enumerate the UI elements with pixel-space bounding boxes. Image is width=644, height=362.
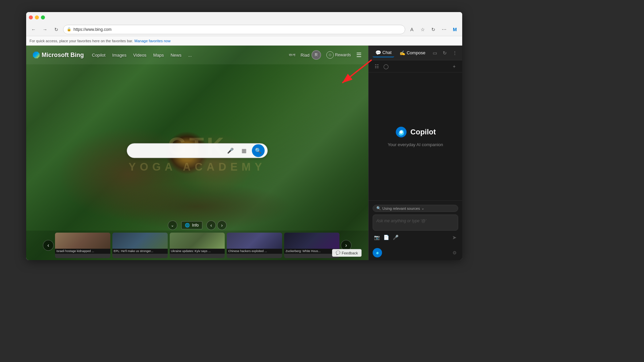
toolbar-left: ☷ ◯ xyxy=(373,62,390,70)
refresh-button[interactable]: ↻ xyxy=(429,25,438,34)
visual-search-button[interactable]: ▦ xyxy=(238,145,249,156)
favorites-button[interactable]: ☆ xyxy=(418,25,427,34)
bing-logo-text: Microsoft Bing xyxy=(42,52,84,59)
send-button[interactable]: ➤ xyxy=(450,233,458,241)
chat-input-actions: 📷 📄 🎤 ➤ xyxy=(373,233,458,241)
copilot-sidebar: 💬 Chat ✍ Compose ▭ ↻ ⋮ ✕ ☷ ◯ xyxy=(368,46,462,260)
search-input[interactable] xyxy=(132,148,222,153)
feedback-icon: 💬 xyxy=(336,251,340,255)
favorites-text: For quick access, place your favorites h… xyxy=(30,39,133,43)
news-title: Ukraine updates: Kyiv says ... xyxy=(170,249,225,254)
voice-input-button[interactable]: 🎤 xyxy=(391,233,399,241)
bing-page: GTK YOGA ACADEMY Microsoft Bing Copilot … xyxy=(26,46,368,260)
user-info: Riad R xyxy=(301,50,321,60)
voice-search-button[interactable]: 🎤 xyxy=(225,145,236,156)
header-actions: ▭ ↻ ⋮ ✕ xyxy=(431,49,462,57)
copilot-content: Copilot Your everyday AI companion xyxy=(369,72,462,200)
favorites-bar: For quick access, place your favorites h… xyxy=(26,36,462,46)
news-bar: ‹ Israeli hostage kidnapped ... EPL: He'… xyxy=(26,231,368,260)
tab-compose[interactable]: ✍ Compose xyxy=(397,49,428,57)
copilot-toolbar: ☷ ◯ + xyxy=(369,60,462,72)
toolbar-right: + xyxy=(450,62,458,70)
nav-images[interactable]: Images xyxy=(112,51,126,59)
close-sidebar-button[interactable]: ✕ xyxy=(461,49,462,57)
chat-input-box[interactable]: Ask me anything or type '@' xyxy=(373,215,458,231)
sources-button[interactable]: 🔍 Using relevant sources ⌄ xyxy=(373,205,458,212)
news-item[interactable]: Chinese hackers exploited ... xyxy=(227,233,282,258)
manage-favorites-link[interactable]: Manage favorites now xyxy=(135,39,171,43)
language-selector[interactable]: বাংলা xyxy=(289,53,295,57)
avatar[interactable]: R xyxy=(312,50,321,60)
info-button[interactable]: 🌐 Info xyxy=(181,221,202,229)
reader-mode-button[interactable]: A xyxy=(407,25,417,34)
nav-actions: A ☆ ↻ ⋯ M xyxy=(407,25,460,34)
search-submit-button[interactable]: 🔍 xyxy=(252,144,265,157)
title-bar xyxy=(26,12,462,23)
grid-view-button[interactable]: ☷ xyxy=(373,62,381,70)
bing-nav: Copilot Images Videos Maps News ... xyxy=(92,51,192,59)
bing-logo: Microsoft Bing xyxy=(33,52,84,59)
close-button[interactable] xyxy=(29,15,33,19)
forward-button[interactable]: → xyxy=(40,25,50,34)
browser-window: ← → ↻ 🔒 https://www.bing.com A ☆ ↻ ⋯ M F… xyxy=(26,12,462,260)
reload-button[interactable]: ↻ xyxy=(52,25,61,34)
rewards-button[interactable]: ☉ Rewards xyxy=(326,51,351,59)
news-title: EPL: He'll make us stronger... xyxy=(112,249,168,254)
news-item[interactable]: EPL: He'll make us stronger... xyxy=(112,233,168,258)
address-bar[interactable]: 🔒 https://www.bing.com xyxy=(63,25,405,34)
tab-chat[interactable]: 💬 Chat xyxy=(373,49,394,57)
popout-button[interactable]: ▭ xyxy=(431,49,439,57)
back-button[interactable]: ← xyxy=(29,25,38,34)
maximize-button[interactable] xyxy=(41,15,45,19)
search-bar: 🎤 ▦ 🔍 xyxy=(127,143,268,158)
nav-maps[interactable]: Maps xyxy=(153,51,164,59)
prev-button[interactable]: ‹ xyxy=(207,221,216,230)
copilot-footer-icon xyxy=(375,250,380,255)
sources-icon: 🔍 xyxy=(376,206,381,210)
news-title: Zuckerberg: White Hous... xyxy=(284,249,339,254)
chat-input-placeholder: Ask me anything or type '@' xyxy=(376,219,426,223)
copilot-subtitle: Your everyday AI companion xyxy=(388,142,443,147)
bing-header-right: বাংলা Riad R ☉ Rewards ☰ xyxy=(289,50,362,60)
chat-tab-icon: 💬 xyxy=(375,50,381,55)
history-button[interactable]: ◯ xyxy=(382,62,390,70)
refresh-chat-button[interactable]: ↻ xyxy=(441,49,449,57)
expand-button[interactable]: ⌄ xyxy=(168,221,177,230)
bing-header: Microsoft Bing Copilot Images Videos Map… xyxy=(26,46,368,64)
news-items: Israeli hostage kidnapped ... EPL: He'll… xyxy=(55,233,339,258)
hamburger-button[interactable]: ☰ xyxy=(356,51,362,59)
lock-icon: 🔒 xyxy=(67,27,71,32)
copilot-logo: Copilot xyxy=(395,126,436,138)
file-attach-button[interactable]: 📄 xyxy=(382,233,390,241)
feedback-button[interactable]: 💬 Feedback xyxy=(332,249,362,257)
image-attach-button[interactable]: 📷 xyxy=(373,233,381,241)
next-button[interactable]: › xyxy=(217,221,227,230)
settings-button[interactable]: ⚙ xyxy=(451,249,458,256)
main-content: GTK YOGA ACADEMY Microsoft Bing Copilot … xyxy=(26,46,462,260)
nav-videos[interactable]: Videos xyxy=(133,51,147,59)
add-new-chat-button[interactable]: + xyxy=(450,62,458,70)
search-container: 🎤 ▦ 🔍 xyxy=(127,143,268,158)
traffic-lights xyxy=(29,15,45,19)
profile-button[interactable]: M xyxy=(450,25,460,34)
news-item[interactable]: Israeli hostage kidnapped ... xyxy=(55,233,110,258)
nav-copilot[interactable]: Copilot xyxy=(92,51,105,59)
more-button[interactable]: ⋯ xyxy=(439,25,449,34)
news-item[interactable]: Ukraine updates: Kyiv says ... xyxy=(170,233,225,258)
news-prev-button[interactable]: ‹ xyxy=(43,240,54,251)
news-title: Chinese hackers exploited ... xyxy=(227,249,282,254)
info-label: Info xyxy=(192,223,199,228)
username: Riad xyxy=(301,53,310,58)
news-item[interactable]: Zuckerberg: White Hous... xyxy=(284,233,339,258)
nav-news[interactable]: News xyxy=(170,51,181,59)
url-text: https://www.bing.com xyxy=(73,27,401,32)
more-options-button[interactable]: ⋮ xyxy=(451,49,459,57)
sources-label: Using relevant sources xyxy=(382,206,420,210)
nav-more[interactable]: ... xyxy=(188,53,192,58)
svg-point-1 xyxy=(399,130,403,134)
copilot-icon-button[interactable] xyxy=(373,248,382,257)
minimize-button[interactable] xyxy=(35,15,39,19)
chevron-down-icon: ⌄ xyxy=(421,206,424,210)
copilot-footer: ⚙ xyxy=(369,245,462,260)
feedback-label: Feedback xyxy=(342,251,358,255)
